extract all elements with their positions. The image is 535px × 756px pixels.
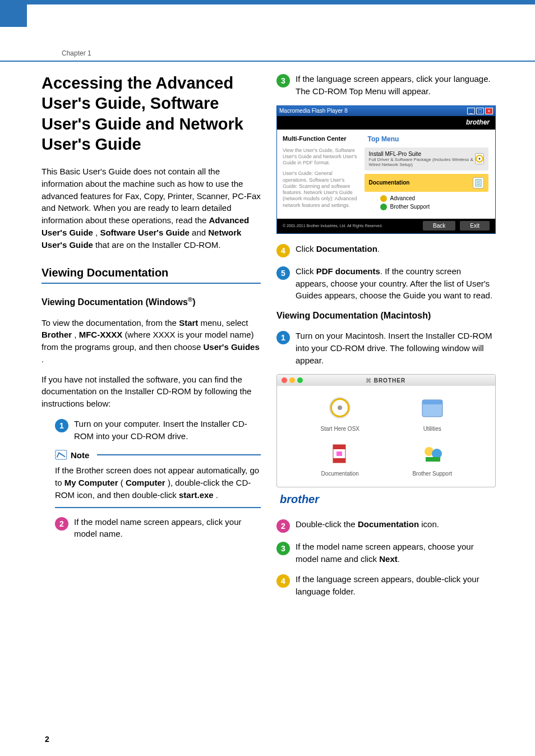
viewing-doc-mac-heading: Viewing Documentation (Macintosh)	[276, 311, 496, 321]
left-desc-2: User's Guide: General operations. Softwa…	[283, 170, 359, 209]
note-icon	[55, 450, 67, 460]
window-title: Macromedia Flash Player 8	[279, 108, 348, 114]
menu-sub-support[interactable]: Brother Support	[380, 204, 488, 210]
header-top-bar	[0, 0, 535, 4]
step-text: Double-click the Documentation icon.	[296, 518, 496, 533]
menu-item-label: Documentation	[369, 179, 410, 186]
maximize-icon: □	[476, 108, 484, 114]
mac-window-title: ⌘ BROTHER	[306, 377, 465, 384]
brand-bar: brother	[277, 116, 495, 130]
menu-item-documentation[interactable]: Documentation	[365, 174, 488, 192]
text: Click	[296, 266, 316, 276]
step-3: 3 If the language screen appears, click …	[276, 73, 496, 98]
step-number-icon: 1	[55, 419, 68, 432]
svg-rect-13	[333, 445, 345, 449]
heading-rule	[41, 283, 261, 284]
mac-icon-support[interactable]: Brother Support	[399, 441, 466, 477]
svg-rect-15	[336, 451, 342, 456]
document-icon	[473, 177, 484, 188]
bold-documentation: Documentation	[316, 244, 377, 253]
top-menu-label: Top Menu	[368, 135, 488, 143]
mac-icon-documentation[interactable]: Documentation	[306, 441, 373, 477]
cdrom-top-menu-screenshot: Macromedia Flash Player 8 _□× brother Mu…	[276, 105, 496, 234]
bold-my-computer: My Computer	[64, 478, 118, 487]
left-column: Accessing the Advanced User's Guide, Sof…	[41, 73, 261, 605]
text: To view the documentation, from the	[41, 318, 179, 328]
text: .	[216, 490, 218, 500]
bold-users-guides: User's Guides	[204, 342, 260, 352]
intro-paragraph: This Basic User's Guide does not contain…	[41, 165, 261, 251]
step-number-icon: 3	[276, 74, 290, 87]
text: ,	[74, 330, 79, 339]
svg-rect-14	[333, 458, 345, 463]
text: .	[41, 354, 44, 364]
heading-text: Viewing Documentation (Windows	[41, 298, 188, 307]
brand-word: brother	[280, 493, 496, 506]
intro-text: that are on the Installer CD-ROM.	[95, 240, 220, 250]
icon-label: Start Here OSX	[321, 426, 359, 432]
close-icon: ×	[485, 108, 493, 114]
left-desc-1: View the User's Guide, Software User's G…	[283, 147, 359, 167]
back-button[interactable]: Back	[423, 221, 455, 231]
step-5: 5 Click PDF documents. If the country sc…	[276, 265, 496, 302]
windows-instruction-2: If you have not installed the software, …	[41, 374, 261, 410]
zoom-icon	[297, 377, 303, 383]
minimize-icon	[289, 377, 295, 383]
step-1: 1 Turn on your computer. Insert the Inst…	[55, 418, 261, 442]
exit-button[interactable]: Exit	[460, 221, 490, 231]
text: (	[121, 478, 123, 487]
step-number-icon: 3	[276, 542, 290, 555]
mac-step-4: 4 If the language screen appears, double…	[276, 573, 496, 598]
bold-pdf-documents: PDF documents	[316, 266, 380, 276]
cd-icon	[475, 153, 484, 164]
text: menu, select	[201, 318, 248, 328]
mac-step-3: 3 If the model name screen appears, choo…	[276, 541, 496, 565]
icon-label: Documentation	[321, 471, 359, 477]
mac-step-1: 1 Turn on your Macintosh. Insert the Ins…	[276, 330, 496, 366]
step-number-icon: 4	[276, 574, 290, 588]
window-footer: © 2001-2011 Brother Industries, Ltd. All…	[277, 219, 495, 233]
step-text: Turn on your Macintosh. Insert the Insta…	[296, 330, 496, 366]
registered-mark: ®	[188, 296, 192, 303]
mac-finder-screenshot: ⌘ BROTHER Start Here OSX Utilities Docum	[276, 374, 496, 487]
mac-icon-utilities[interactable]: Utilities	[399, 397, 466, 432]
menu-item-sub: Full Driver & Software Package (Includes…	[369, 157, 475, 167]
bold-start-exe: start.exe	[179, 490, 214, 500]
mac-titlebar: ⌘ BROTHER	[277, 375, 495, 386]
bold-start: Start	[179, 318, 198, 328]
bold-brother: Brother	[41, 330, 72, 339]
sub-label: Advanced	[390, 195, 415, 201]
mac-traffic-lights	[282, 377, 303, 383]
text: Double-click the	[296, 519, 358, 529]
header-left-tab	[0, 4, 27, 27]
step-text: If the model name screen appears, choose…	[296, 541, 496, 565]
brand-text: brother	[466, 118, 490, 126]
copyright-text: © 2001-2011 Brother Industries, Ltd. All…	[283, 224, 382, 228]
step-4: 4 Click Documentation.	[276, 243, 496, 257]
svg-rect-0	[56, 450, 67, 459]
step-number-icon: 4	[276, 244, 290, 257]
svg-rect-18	[426, 457, 440, 462]
step-number-icon: 5	[276, 266, 290, 280]
heading-text: )	[192, 298, 195, 307]
menu-item-label: Install MFL-Pro Suite	[369, 151, 421, 157]
step-number-icon: 2	[276, 519, 290, 533]
svg-point-9	[338, 405, 342, 410]
intro-bold-sug: Software User's Guide	[100, 228, 189, 237]
text: .	[398, 554, 400, 564]
chapter-label: Chapter 1	[62, 49, 91, 57]
icon-label: Utilities	[423, 426, 441, 432]
viewing-doc-windows-heading: Viewing Documentation (Windows®)	[41, 296, 261, 307]
bold-next: Next	[379, 554, 398, 564]
mfc-label: Multi-Function Center	[283, 135, 359, 142]
note-rule-bottom	[55, 507, 261, 508]
bold-documentation: Documentation	[358, 519, 419, 529]
menu-sub-advanced[interactable]: Advanced	[380, 195, 488, 202]
mac-icon-start-here[interactable]: Start Here OSX	[306, 397, 373, 432]
svg-rect-11	[422, 400, 442, 404]
note-box: Note If the Brother screen does not appe…	[55, 450, 261, 508]
text: icon.	[419, 519, 439, 529]
menu-item-install[interactable]: Install MFL-Pro SuiteFull Driver & Softw…	[365, 147, 488, 170]
support-icon	[380, 204, 387, 210]
viewing-doc-heading: Viewing Documentation	[41, 266, 261, 279]
